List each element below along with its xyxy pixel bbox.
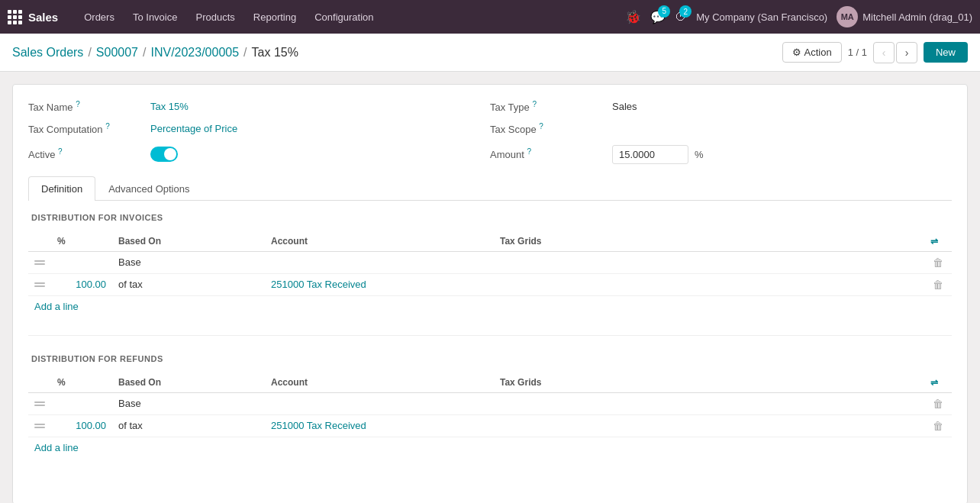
drag-handle-icon[interactable] (34, 424, 45, 428)
row-delete-1[interactable]: 🗑 (924, 251, 952, 273)
topnav-right: 🐞 💬 5 ⏱ 2 My Company (San Francisco) MA … (625, 6, 972, 27)
row-pct-1 (51, 251, 112, 273)
activity-icon[interactable]: ⏱ 2 (675, 10, 687, 24)
table-row: 100.00 of tax 251000 Tax Received 🗑 (28, 273, 952, 295)
tax-scope-label: Tax Scope ? (490, 122, 612, 135)
avatar: MA (837, 6, 858, 27)
row-handle-2[interactable] (28, 273, 51, 295)
action-button[interactable]: ⚙ Action (782, 42, 842, 63)
tab-definition[interactable]: Definition (28, 176, 95, 201)
active-label: Active ? (28, 147, 150, 160)
table-row: Base 🗑 (28, 251, 952, 273)
tax-type-label: Tax Type ? (490, 100, 612, 113)
row-delete-r1[interactable]: 🗑 (924, 392, 952, 414)
row-taxgrids-2 (494, 273, 924, 295)
bug-icon[interactable]: 🐞 (625, 9, 641, 25)
activity-badge: 2 (679, 5, 691, 18)
drag-handle-icon[interactable] (34, 260, 45, 265)
row-taxgrids-r1 (494, 392, 924, 414)
breadcrumb-sep-1: / (88, 46, 91, 60)
row-handle-r2[interactable] (28, 414, 51, 437)
breadcrumb-actions: ⚙ Action 1 / 1 ‹ › New (782, 42, 968, 63)
chat-icon[interactable]: 💬 5 (650, 10, 666, 24)
tax-computation-value[interactable]: Percentage of Price (150, 123, 237, 134)
drag-handle-icon[interactable] (34, 282, 45, 287)
row-account-1[interactable] (265, 251, 494, 273)
table-row: Base 🗑 (28, 392, 952, 414)
row-based-on-r1[interactable]: Base (112, 392, 265, 414)
drag-handle-icon[interactable] (34, 401, 45, 406)
tax-type-value[interactable]: Sales (612, 101, 637, 112)
th-based-on-r: Based On (112, 372, 265, 393)
form-row-computation: Tax Computation ? Percentage of Price Ta… (28, 122, 952, 135)
row-based-on-2[interactable]: of tax (112, 273, 265, 295)
new-button[interactable]: New (924, 42, 968, 63)
menu-reporting[interactable]: Reporting (246, 8, 304, 26)
row-based-on-r2[interactable]: of tax (112, 414, 265, 437)
th-tax-grids: Tax Grids (494, 231, 924, 252)
filter-icon[interactable]: ⇌ (930, 236, 938, 247)
menu-products[interactable]: Products (188, 8, 242, 26)
row-pct-r1 (51, 392, 112, 414)
user-menu[interactable]: MA Mitchell Admin (drag_01) (837, 6, 972, 27)
action-label: Action (804, 47, 832, 58)
menu-orders[interactable]: Orders (76, 8, 122, 26)
refunds-section-title: DISTRIBUTION FOR REFUNDS (28, 354, 952, 363)
tax-name-value[interactable]: Tax 15% (150, 101, 189, 112)
row-pct-2: 100.00 (51, 273, 112, 295)
row-based-on-1[interactable]: Base (112, 251, 265, 273)
th-handle (28, 231, 51, 252)
app-name: Sales (28, 11, 58, 24)
breadcrumb-s00007[interactable]: S00007 (96, 46, 138, 60)
row-delete-2[interactable]: 🗑 (924, 273, 952, 295)
delete-icon[interactable]: 🗑 (933, 256, 943, 269)
amount-input[interactable] (612, 145, 688, 164)
row-account-2[interactable]: 251000 Tax Received (265, 273, 494, 295)
row-account-r1[interactable] (265, 392, 494, 414)
invoices-section-title: DISTRIBUTION FOR INVOICES (28, 213, 952, 222)
next-arrow[interactable]: › (896, 42, 917, 63)
app-logo[interactable]: Sales (8, 10, 67, 24)
chat-badge: 5 (658, 5, 670, 18)
distribution-refunds: DISTRIBUTION FOR REFUNDS % Based On Acco… (28, 354, 952, 458)
breadcrumb-sep-3: / (243, 46, 247, 60)
form-left-name: Tax Name ? Tax 15% (28, 100, 490, 113)
breadcrumb-bar: Sales Orders / S00007 / INV/2023/00005 /… (0, 34, 980, 72)
form-left-computation: Tax Computation ? Percentage of Price (28, 122, 490, 135)
form-row-active: Active ? Amount ? % (28, 145, 952, 164)
menu-configuration[interactable]: Configuration (307, 8, 381, 26)
form-right-amount: Amount ? % (490, 145, 952, 164)
form-right-type: Tax Type ? Sales (490, 100, 952, 113)
row-handle[interactable] (28, 251, 51, 273)
invoices-table: % Based On Account Tax Grids ⇌ (28, 231, 952, 296)
row-pct-r2: 100.00 (51, 414, 112, 437)
row-handle-r1[interactable] (28, 392, 51, 414)
active-toggle[interactable] (150, 147, 178, 162)
main-menu: Orders To Invoice Products Reporting Con… (76, 8, 619, 26)
add-line-invoices[interactable]: Add a line (28, 296, 85, 317)
toggle-switch[interactable] (150, 147, 178, 162)
form-right-scope: Tax Scope ? (490, 122, 952, 135)
filter-icon-r[interactable]: ⇌ (930, 377, 938, 388)
breadcrumb-sales-orders[interactable]: Sales Orders (12, 46, 83, 60)
breadcrumb-inv[interactable]: INV/2023/00005 (150, 46, 239, 60)
row-delete-r2[interactable]: 🗑 (924, 414, 952, 437)
delete-icon[interactable]: 🗑 (933, 279, 943, 291)
tabs: Definition Advanced Options (28, 176, 952, 201)
row-taxgrids-r2 (494, 414, 924, 437)
menu-to-invoice[interactable]: To Invoice (125, 8, 185, 26)
add-line-refunds[interactable]: Add a line (28, 437, 85, 458)
tax-name-label: Tax Name ? (28, 100, 150, 113)
delete-icon[interactable]: 🗑 (933, 398, 943, 410)
tab-advanced-options[interactable]: Advanced Options (95, 176, 202, 201)
tab-content-definition: DISTRIBUTION FOR INVOICES % Based On Acc… (28, 201, 952, 488)
th-based-on: Based On (112, 231, 265, 252)
form-card: Tax Name ? Tax 15% Tax Type ? Sales Tax … (12, 84, 968, 503)
row-account-r2[interactable]: 251000 Tax Received (265, 414, 494, 437)
amount-unit: % (695, 149, 704, 160)
prev-arrow[interactable]: ‹ (873, 42, 895, 63)
delete-icon[interactable]: 🗑 (933, 420, 943, 432)
grid-icon[interactable] (8, 10, 22, 24)
th-handle-r (28, 372, 51, 393)
th-filter: ⇌ (924, 231, 952, 252)
